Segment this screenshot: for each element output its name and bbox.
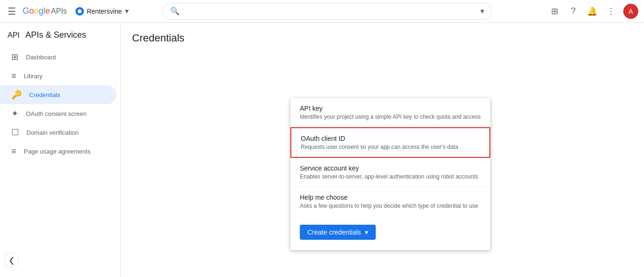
menu-item-service-account-key[interactable]: Service account key Enables server-to-se…	[290, 158, 490, 187]
layout: API APIs & Services ⊞ Dashboard ≡ Librar…	[0, 23, 644, 277]
oauth-icon: ✦	[11, 108, 18, 119]
menu-item-help-me-choose[interactable]: Help me choose Asks a few questions to h…	[290, 187, 490, 216]
notifications-icon-btn[interactable]: 🔔	[584, 3, 601, 20]
credentials-dropdown-menu: API key Identifies your project using a …	[290, 98, 490, 250]
sidebar: API APIs & Services ⊞ Dashboard ≡ Librar…	[0, 23, 121, 277]
sidebar-item-domain-verification[interactable]: ☐ Domain verification	[0, 123, 116, 142]
sidebar-item-page-usage[interactable]: ≡ Page usage agreements	[0, 142, 116, 161]
sidebar-item-oauth-consent[interactable]: ✦ OAuth consent screen	[0, 104, 116, 123]
service-account-key-desc: Enables server-to-server, app-level auth…	[300, 173, 481, 180]
hamburger-icon[interactable]: ☰	[6, 4, 18, 19]
search-dropdown-icon[interactable]: ▾	[480, 7, 484, 16]
help-me-choose-title: Help me choose	[300, 194, 481, 201]
create-credentials-button[interactable]: Create credentials ▾	[300, 225, 376, 240]
google-logo: Google APIs	[23, 6, 67, 16]
page-usage-icon: ≡	[11, 147, 17, 156]
logo-e-red: e	[45, 6, 50, 16]
sidebar-item-credentials[interactable]: 🔑 Credentials	[0, 85, 116, 104]
search-icon: 🔍	[170, 7, 180, 16]
more-vert-icon-btn[interactable]: ⋮	[603, 3, 619, 20]
topbar-right: ⊞ ? 🔔 ⋮ A	[546, 3, 638, 20]
button-container: Create credentials ▾	[290, 216, 490, 250]
page-title: Credentials	[132, 32, 633, 44]
sidebar-label-dashboard: Dashboard	[26, 54, 56, 61]
search-bar: 🔍 ▾	[162, 3, 492, 20]
credentials-icon: 🔑	[11, 90, 22, 100]
menu-item-api-key[interactable]: API key Identifies your project using a …	[290, 98, 490, 127]
search-input[interactable]	[184, 8, 476, 15]
sidebar-item-dashboard[interactable]: ⊞ Dashboard	[0, 48, 116, 66]
user-avatar[interactable]: A	[623, 4, 638, 19]
oauth-client-id-desc: Requests user consent so your app can ac…	[301, 144, 480, 150]
sidebar-label-domain: Domain verification	[26, 129, 79, 136]
apps-icon-btn[interactable]: ⊞	[546, 3, 563, 20]
sidebar-label-page-usage: Page usage agreements	[24, 148, 91, 155]
sidebar-item-library[interactable]: ≡ Library	[0, 66, 116, 85]
project-dot-inner	[78, 9, 82, 13]
service-account-key-title: Service account key	[300, 164, 481, 172]
logo-o-yellow: o	[34, 6, 39, 16]
sidebar-title: APIs & Services	[25, 30, 86, 40]
domain-icon: ☐	[11, 127, 19, 138]
create-credentials-label: Create credentials	[307, 228, 361, 236]
project-dot	[75, 7, 84, 16]
project-name: Rentersvine	[87, 8, 122, 15]
sidebar-header: API APIs & Services	[0, 26, 120, 48]
api-key-desc: Identifies your project using a simple A…	[300, 114, 481, 120]
main-content: Credentials API key Identifies your proj…	[121, 23, 644, 277]
sidebar-label-oauth: OAuth consent screen	[26, 110, 87, 117]
logo-apis-text: APIs	[51, 7, 67, 16]
dropdown-container: API key Identifies your project using a …	[290, 98, 490, 250]
api-key-title: API key	[300, 105, 481, 112]
sidebar-label-credentials: Credentials	[29, 91, 60, 98]
help-icon-btn[interactable]: ?	[565, 3, 582, 20]
logo-g-blue2: g	[39, 6, 43, 16]
topbar-left: ☰ Google APIs Rentersvine ▾	[6, 4, 132, 19]
collapse-sidebar-button[interactable]: ❮	[4, 253, 19, 268]
menu-item-oauth-client-id[interactable]: OAuth client ID Requests user consent so…	[290, 127, 490, 158]
help-me-choose-desc: Asks a few questions to help you decide …	[300, 203, 481, 209]
project-selector[interactable]: Rentersvine ▾	[72, 5, 132, 17]
topbar: ☰ Google APIs Rentersvine ▾ 🔍 ▾ ⊞ ? 🔔 ⋮ …	[0, 0, 644, 23]
logo-g-blue: G	[23, 6, 29, 16]
oauth-client-id-title: OAuth client ID	[301, 135, 480, 142]
logo-o-red: o	[29, 6, 34, 16]
library-icon: ≡	[11, 71, 17, 81]
dashboard-icon: ⊞	[11, 52, 18, 62]
create-credentials-arrow: ▾	[365, 228, 368, 236]
sidebar-label-library: Library	[24, 73, 43, 80]
project-dropdown-arrow: ▾	[125, 7, 129, 16]
